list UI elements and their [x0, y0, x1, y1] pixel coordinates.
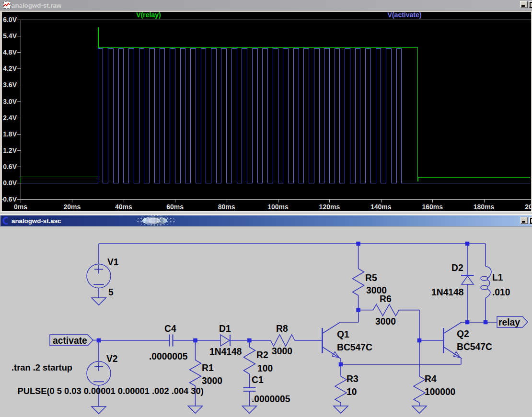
svg-text:6.0V: 6.0V [3, 16, 17, 23]
svg-text:3.0V: 3.0V [3, 98, 17, 105]
svg-text:4.8V: 4.8V [3, 48, 17, 56]
svg-text:0ms: 0ms [14, 203, 27, 211]
svg-text:100000: 100000 [425, 387, 455, 397]
svg-text:4.2V: 4.2V [3, 65, 17, 72]
svg-text:5: 5 [108, 287, 114, 297]
svg-text:180ms: 180ms [474, 203, 495, 211]
svg-text:BC547C: BC547C [337, 342, 372, 352]
svg-text:Q2: Q2 [457, 329, 469, 339]
svg-text:activate: activate [53, 336, 87, 346]
svg-text:1.8V: 1.8V [3, 130, 17, 138]
svg-text:C1: C1 [252, 375, 264, 385]
svg-text:1N4148: 1N4148 [209, 347, 242, 357]
svg-text:200ms: 200ms [525, 203, 531, 211]
svg-text:Q1: Q1 [337, 329, 349, 339]
svg-text:L1: L1 [492, 272, 503, 282]
svg-text:0.6V: 0.6V [3, 163, 17, 170]
svg-text:-0.6V: -0.6V [2, 195, 17, 203]
svg-text:40ms: 40ms [115, 203, 132, 211]
svg-text:120ms: 120ms [319, 203, 340, 211]
svg-text:V(activate): V(activate) [388, 12, 422, 19]
svg-text:3000: 3000 [272, 346, 292, 356]
svg-text:R8: R8 [276, 324, 288, 334]
svg-text:3000: 3000 [375, 316, 396, 327]
svg-text:1N4148: 1N4148 [431, 287, 464, 297]
svg-text:1.2V: 1.2V [3, 147, 17, 154]
svg-text:20ms: 20ms [63, 203, 81, 211]
svg-text:0.0V: 0.0V [3, 179, 17, 187]
svg-text:.0000005: .0000005 [149, 351, 188, 361]
svg-text:relay: relay [498, 317, 520, 327]
svg-text:BC547C: BC547C [457, 342, 492, 352]
svg-text:140ms: 140ms [370, 203, 392, 211]
svg-text:10: 10 [347, 387, 357, 397]
svg-text:PULSE(0 5 0.03 0.00001 0.00001: PULSE(0 5 0.03 0.00001 0.00001 .002 .004… [18, 386, 204, 396]
svg-text:R1: R1 [202, 363, 214, 373]
svg-text:.010: .010 [492, 287, 510, 297]
svg-text:160ms: 160ms [422, 203, 443, 211]
svg-text:60ms: 60ms [166, 203, 184, 211]
svg-text:80ms: 80ms [218, 203, 235, 211]
svg-text:R5: R5 [365, 273, 377, 283]
svg-text:R2: R2 [256, 350, 268, 360]
svg-text:5.4V: 5.4V [3, 32, 17, 40]
svg-text:R6: R6 [380, 294, 392, 304]
svg-text:C4: C4 [164, 324, 176, 334]
svg-text:V1: V1 [107, 257, 119, 267]
svg-text:V2: V2 [106, 354, 118, 364]
svg-text:.tran .2 startup: .tran .2 startup [12, 362, 72, 372]
svg-text:100ms: 100ms [267, 203, 289, 211]
svg-text:.0000005: .0000005 [252, 394, 290, 404]
svg-text:V(relay): V(relay) [136, 12, 161, 19]
svg-text:2.4V: 2.4V [3, 114, 17, 122]
svg-text:100: 100 [257, 363, 273, 373]
svg-text:D2: D2 [451, 263, 463, 273]
svg-text:R3: R3 [347, 374, 359, 384]
svg-text:3000: 3000 [202, 376, 222, 386]
svg-text:D1: D1 [219, 324, 231, 334]
svg-text:R4: R4 [425, 374, 437, 384]
svg-text:3.6V: 3.6V [3, 81, 17, 89]
